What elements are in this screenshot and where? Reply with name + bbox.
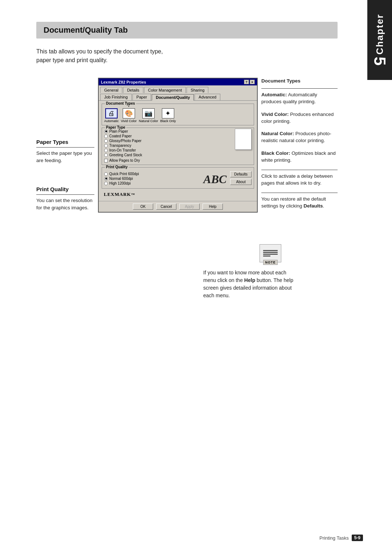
- doc-type-natural-color[interactable]: 📷 Natural Color: [139, 108, 158, 123]
- radio-iron-on[interactable]: Iron-On Transfer: [104, 148, 232, 152]
- iron-on-label: Iron-On Transfer: [109, 148, 136, 152]
- print-quality-label: Print Quality: [36, 186, 94, 192]
- allow-pages-dry-label: Allow Pages to Dry: [109, 158, 140, 162]
- greeting-card-label: Greeting Card Stock: [109, 153, 142, 157]
- quick-print-radio[interactable]: [104, 172, 108, 176]
- document-types-group: Document Types 🖨 Automatic: [102, 104, 254, 125]
- automatic-annotation: Automatic: Automatically produces qualit…: [261, 92, 338, 105]
- radio-quick-print[interactable]: Quick Print 600dpi: [104, 172, 200, 176]
- plain-paper-radio[interactable]: [104, 130, 108, 133]
- note-box: NOTE: [203, 244, 338, 262]
- doc-types-right-label: Document Types: [261, 78, 301, 84]
- black-color-annotation: Black Color: Optimizes black and white p…: [261, 150, 338, 164]
- radio-transparency[interactable]: Transparency: [104, 144, 232, 148]
- dialog-content: Document Types 🖨 Automatic: [99, 100, 257, 201]
- dialog-title: Lexmark Z82 Properties: [101, 80, 146, 84]
- footer-badge: 5-9: [352, 535, 363, 541]
- tab-details[interactable]: Details: [123, 87, 143, 93]
- doc-type-black-only[interactable]: ✦ Black Only: [160, 108, 176, 123]
- tab-row-2: Job Finishing Paper Document/Quality Adv…: [100, 94, 256, 100]
- help-footer-button[interactable]: Help: [203, 204, 223, 210]
- tab-general[interactable]: General: [100, 87, 122, 93]
- intro-text: This tab allows you to specify the docum…: [36, 47, 338, 65]
- vivid-color-icon: 🎨 ↓: [123, 108, 135, 118]
- radio-glossy-photo[interactable]: Glossy/Photo Paper: [104, 139, 232, 143]
- footer-text: Printing Tasks: [319, 535, 349, 541]
- print-quality-annotation: Print Quality You can set the resolution…: [36, 186, 94, 211]
- tab-color-management[interactable]: Color Management: [144, 87, 186, 93]
- apply-button[interactable]: Apply: [179, 204, 200, 210]
- natural-color-icon: 📷: [142, 108, 155, 118]
- black-only-icon: ✦: [162, 108, 174, 118]
- titlebar-buttons: ? ×: [244, 80, 255, 84]
- divider-1: [261, 88, 338, 89]
- close-button[interactable]: ×: [250, 80, 255, 84]
- black-only-label: Black Only: [160, 119, 176, 123]
- radio-coated-paper[interactable]: Coated Paper: [104, 134, 232, 138]
- print-quality-legend: Print Quality: [105, 165, 128, 169]
- automatic-icon: 🖨: [105, 108, 118, 118]
- paper-types-text: Select the paper type you are feeding.: [36, 150, 92, 163]
- radio-greeting-card[interactable]: Greeting Card Stock: [104, 153, 232, 157]
- note-section: NOTE If you want to know more about each…: [203, 244, 338, 299]
- paper-type-row: Plain Paper Coated Paper Glossy/Photo Pa…: [104, 129, 252, 162]
- cancel-button[interactable]: Cancel: [156, 204, 176, 210]
- lexmark-logo: LEXMARK™: [102, 191, 254, 198]
- iron-on-radio[interactable]: [104, 149, 108, 152]
- divider-2: [261, 170, 338, 170]
- dialog-footer: OK Cancel Apply Help: [99, 201, 257, 212]
- transparency-label: Transparency: [109, 144, 131, 148]
- high-1200-radio[interactable]: [104, 182, 108, 185]
- pq-buttons: Defaults About: [230, 171, 252, 185]
- defaults-button[interactable]: Defaults: [230, 171, 252, 177]
- tab-job-finishing[interactable]: Job Finishing: [100, 94, 132, 100]
- paper-types-annotation: Paper Types Select the paper type you ar…: [36, 139, 94, 164]
- radio-plain-paper[interactable]: Plain Paper: [104, 129, 232, 133]
- transparency-radio[interactable]: [104, 144, 108, 148]
- page-footer: Printing Tasks 5-9: [319, 535, 363, 541]
- note-label: NOTE: [263, 260, 277, 265]
- paper-type-group: Paper Type Plain Paper Coated Paper: [102, 128, 254, 165]
- radio-high-1200[interactable]: High 1200dpi: [104, 181, 200, 185]
- divider-3: [261, 193, 338, 193]
- allow-pages-dry-row: Allow Pages to Dry: [104, 158, 232, 162]
- chapter-number: 5: [371, 57, 389, 66]
- plain-paper-label: Plain Paper: [109, 129, 128, 133]
- defaults-note: You can restore all the default settings…: [261, 196, 338, 210]
- paper-type-legend: Paper Type: [105, 125, 126, 129]
- chapter-label: Chapter: [375, 14, 385, 55]
- help-button[interactable]: ?: [244, 80, 249, 84]
- help-bold: Help: [244, 277, 255, 283]
- glossy-photo-radio[interactable]: [104, 139, 108, 143]
- vivid-color-annotation: Vivid Color: Produces enhanced color pri…: [261, 111, 338, 125]
- dialog-wrapper: Lexmark Z82 Properties ? × General Detai…: [98, 78, 258, 213]
- click-note: Click to activate a delay between pages …: [261, 173, 338, 187]
- tab-paper[interactable]: Paper: [132, 94, 151, 100]
- dialog-box: Lexmark Z82 Properties ? × General Detai…: [98, 78, 258, 213]
- tab-sharing[interactable]: Sharing: [187, 87, 208, 93]
- high-1200-label: High 1200dpi: [109, 181, 131, 185]
- normal-600-radio[interactable]: [104, 177, 108, 181]
- about-button[interactable]: About: [230, 179, 252, 185]
- dialog-titlebar: Lexmark Z82 Properties ? ×: [99, 78, 257, 85]
- tab-document-quality[interactable]: Document/Quality: [152, 94, 194, 101]
- doc-types-header: Document Types: [261, 78, 338, 85]
- ok-button[interactable]: OK: [133, 204, 153, 210]
- tab-advanced[interactable]: Advanced: [195, 94, 220, 100]
- radio-normal-600[interactable]: Normal 600dpi: [104, 177, 200, 181]
- paper-type-radio-list: Plain Paper Coated Paper Glossy/Photo Pa…: [104, 129, 232, 162]
- automatic-label: Automatic: [104, 119, 119, 123]
- section-title: Document/Quality Tab: [44, 25, 128, 35]
- coated-paper-radio[interactable]: [104, 134, 108, 138]
- chapter-tab: Chapter 5: [367, 0, 392, 80]
- arrow-vivid: ↓: [127, 102, 130, 108]
- allow-pages-dry-checkbox[interactable]: [104, 159, 108, 162]
- doc-type-vivid-color[interactable]: 🎨 ↓ Vivid Color: [121, 108, 136, 123]
- print-quality-left: Quick Print 600dpi Normal 600dpi High 12…: [104, 171, 200, 186]
- note-lines: [263, 249, 278, 257]
- greeting-card-radio[interactable]: [104, 153, 108, 157]
- doc-type-automatic[interactable]: 🖨 Automatic: [104, 108, 119, 123]
- body-section: Paper Types Select the paper type you ar…: [36, 78, 338, 233]
- vivid-color-label: Vivid Color: [121, 119, 136, 123]
- print-quality-text: You can set the resolution for the graph…: [36, 198, 93, 210]
